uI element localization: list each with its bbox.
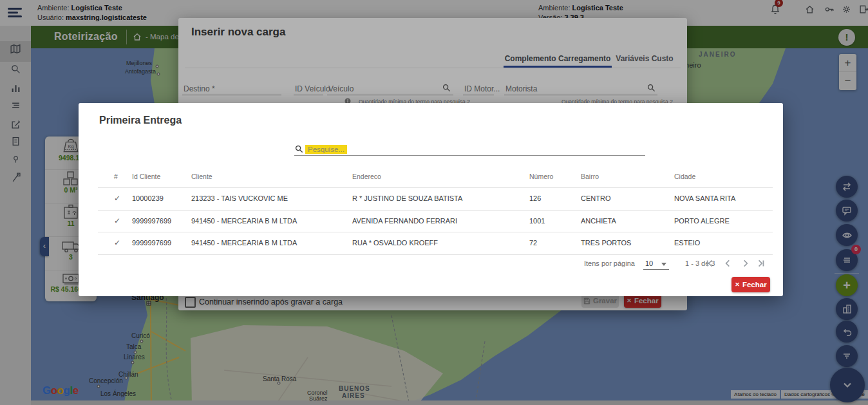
col-id-cliente: Id Cliente (132, 173, 191, 180)
search-placeholder-highlighted: Pesquise... (305, 145, 347, 154)
next-page-icon[interactable] (741, 258, 751, 268)
cell-id-cliente: 9999997699 (132, 239, 191, 247)
app-screen: JANEIRO aneiro Mejillones Antofagasta Sa… (0, 0, 868, 405)
cell-endereco: RUA * OSVALDO KROEFF (352, 239, 529, 247)
table-divider (98, 187, 773, 188)
modal-entrega-title: Primeira Entrega (99, 115, 182, 126)
table-divider (98, 254, 773, 255)
cell-cliente: 941450 - MERCEARIA B M LTDA (191, 239, 352, 247)
col-cidade: Cidade (674, 173, 773, 180)
cell-id-cliente: 9999997699 (132, 217, 191, 225)
per-page-underline (643, 269, 669, 270)
cell-numero: 1001 (529, 217, 581, 225)
row-selected-check-icon[interactable]: ✓ (98, 216, 132, 225)
fechar-label: Fechar (742, 281, 767, 288)
cell-endereco: R * JUSTINO DE SOUZA BATISTA (352, 194, 529, 202)
table-header-row: # Id Cliente Cliente Endereco Número Bai… (98, 170, 773, 183)
cell-cidade: PORTO ALEGRE (674, 217, 773, 225)
last-page-icon[interactable] (756, 258, 766, 268)
per-page-caret-icon[interactable] (661, 263, 666, 266)
cell-numero: 126 (529, 194, 581, 202)
col-cliente: Cliente (191, 173, 352, 180)
modal-primeira-entrega: Primeira Entrega Pesquise... # Id Client… (79, 103, 783, 296)
cell-endereco: AVENIDA FERNANDO FERRARI (352, 217, 529, 225)
cell-cidade: ESTEIO (674, 239, 773, 247)
table-row[interactable]: ✓ 9999997699 941450 - MERCEARIA B M LTDA… (98, 236, 773, 249)
row-selected-check-icon[interactable]: ✓ (98, 194, 132, 203)
table-search-icon (295, 145, 303, 153)
cell-cliente: 941450 - MERCEARIA B M LTDA (191, 217, 352, 225)
close-icon: ✕ (735, 281, 740, 288)
table-divider (98, 210, 773, 211)
table-row[interactable]: ✓ 9999997699 941450 - MERCEARIA B M LTDA… (98, 214, 773, 227)
items-per-page-label: Itens por página (584, 259, 635, 267)
previous-page-icon[interactable] (722, 258, 733, 268)
search-underline (294, 155, 645, 156)
cell-cliente: 213233 - TAIS VUCKOVIC ME (191, 194, 352, 202)
col-check: # (98, 173, 132, 180)
cell-numero: 72 (529, 239, 581, 247)
cell-cidade: NOVA SANTA RITA (674, 194, 773, 202)
col-numero: Número (529, 173, 581, 180)
first-page-icon[interactable] (704, 258, 715, 268)
cell-id-cliente: 10000239 (132, 194, 191, 202)
cell-bairro: CENTRO (581, 194, 674, 202)
cell-bairro: ANCHIETA (581, 217, 674, 225)
col-bairro: Bairro (581, 173, 674, 180)
row-selected-check-icon[interactable]: ✓ (98, 238, 132, 247)
table-search-input[interactable]: Pesquise... (305, 143, 645, 155)
modal-entrega-fechar-button[interactable]: ✕ Fechar (731, 277, 770, 292)
cell-bairro: TRES PORTOS (581, 239, 674, 247)
col-endereco: Endereco (352, 173, 529, 180)
table-divider (98, 232, 773, 232)
table-row[interactable]: ✓ 10000239 213233 - TAIS VUCKOVIC ME R *… (98, 192, 773, 205)
items-per-page-select[interactable]: 10 (645, 259, 653, 267)
